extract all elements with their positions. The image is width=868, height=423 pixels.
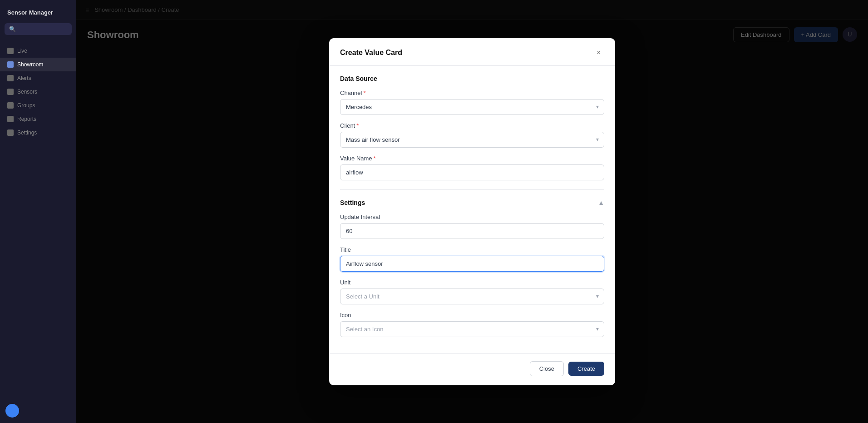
title-input[interactable]: [340, 256, 604, 272]
create-button[interactable]: Create: [568, 362, 604, 376]
groups-icon: [7, 102, 14, 109]
channel-field-group: Channel * Mercedes ▾: [340, 90, 604, 115]
unit-select-wrapper: Select a Unit ▾: [340, 289, 604, 304]
channel-label: Channel *: [340, 90, 604, 96]
icon-label: Icon: [340, 312, 604, 318]
settings-section-title: Settings: [340, 199, 365, 206]
sidebar-item-sensors[interactable]: Sensors: [0, 85, 76, 99]
section-divider: [340, 189, 604, 190]
sidebar-item-settings[interactable]: Settings: [0, 126, 76, 139]
sidebar-item-reports[interactable]: Reports: [0, 112, 76, 126]
data-source-section-title: Data Source: [340, 75, 604, 82]
unit-field-group: Unit Select a Unit ▾: [340, 279, 604, 304]
create-value-card-modal: Create Value Card × Data Source Channel …: [329, 38, 615, 385]
modal-footer: Close Create: [329, 353, 615, 385]
avatar[interactable]: [5, 404, 19, 418]
update-interval-field-group: Update Interval: [340, 214, 604, 239]
update-interval-label: Update Interval: [340, 214, 604, 220]
showroom-icon: [7, 61, 14, 68]
channel-select[interactable]: Mercedes: [340, 99, 604, 115]
sidebar-item-alerts[interactable]: Alerts: [0, 71, 76, 85]
value-name-field-group: Value Name *: [340, 155, 604, 180]
title-label: Title: [340, 246, 604, 253]
close-modal-button[interactable]: Close: [530, 361, 564, 376]
sidebar-nav: Live Showroom Alerts Sensors Groups Repo…: [0, 44, 76, 139]
sidebar-item-label: Showroom: [17, 61, 43, 68]
sidebar-logo: Sensor Manager: [0, 5, 76, 23]
sensors-icon: [7, 89, 14, 95]
unit-select[interactable]: Select a Unit: [340, 289, 604, 304]
sidebar-item-label: Reports: [17, 116, 36, 122]
value-name-input[interactable]: [340, 164, 604, 180]
modal-close-button[interactable]: ×: [593, 47, 604, 58]
value-name-required: *: [374, 155, 376, 162]
channel-select-wrapper: Mercedes ▾: [340, 99, 604, 115]
sidebar-item-label: Groups: [17, 102, 35, 109]
client-select-wrapper: Mass air flow sensor ▾: [340, 132, 604, 148]
settings-icon: [7, 129, 14, 136]
client-label: Client *: [340, 122, 604, 129]
client-select[interactable]: Mass air flow sensor: [340, 132, 604, 148]
sidebar-item-label: Live: [17, 48, 27, 54]
update-interval-input[interactable]: [340, 223, 604, 239]
unit-label: Unit: [340, 279, 604, 286]
client-field-group: Client * Mass air flow sensor ▾: [340, 122, 604, 148]
title-field-group: Title: [340, 246, 604, 272]
sidebar-search-bar[interactable]: 🔍: [5, 23, 72, 35]
modal-body: Data Source Channel * Mercedes ▾: [329, 66, 615, 353]
icon-select-wrapper: Select an Icon ▾: [340, 321, 604, 337]
main-content: ≡ Showroom / Dashboard / Create Showroom…: [76, 0, 868, 423]
icon-field-group: Icon Select an Icon ▾: [340, 312, 604, 337]
sidebar-item-showroom[interactable]: Showroom: [0, 58, 76, 71]
search-placeholder: 🔍: [9, 26, 16, 32]
client-required: *: [356, 122, 359, 129]
sidebar-item-live[interactable]: Live: [0, 44, 76, 58]
sidebar-item-label: Alerts: [17, 75, 31, 81]
reports-icon: [7, 116, 14, 122]
value-name-label: Value Name *: [340, 155, 604, 162]
modal-overlay: Create Value Card × Data Source Channel …: [76, 0, 868, 423]
settings-section-header: Settings ▲: [340, 199, 604, 206]
modal-title: Create Value Card: [340, 49, 402, 57]
alerts-icon: [7, 75, 14, 81]
sidebar-item-label: Sensors: [17, 89, 37, 95]
settings-collapse-button[interactable]: ▲: [598, 199, 604, 206]
live-icon: [7, 48, 14, 54]
icon-select[interactable]: Select an Icon: [340, 321, 604, 337]
channel-required: *: [363, 90, 365, 96]
sidebar: Sensor Manager 🔍 Live Showroom Alerts Se…: [0, 0, 76, 423]
sidebar-item-label: Settings: [17, 129, 37, 136]
sidebar-item-groups[interactable]: Groups: [0, 99, 76, 112]
modal-header: Create Value Card ×: [329, 38, 615, 66]
